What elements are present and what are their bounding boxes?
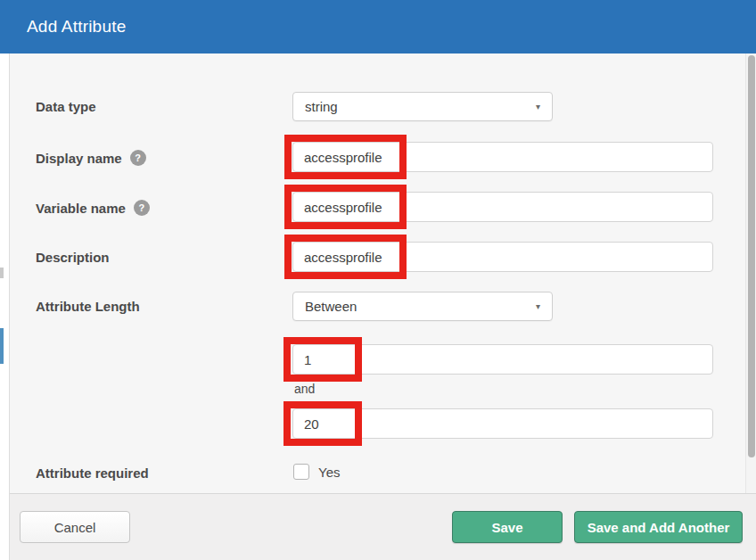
attribute-length-max-input[interactable]: [292, 408, 713, 439]
help-icon[interactable]: ?: [130, 150, 146, 166]
dialog-header: Add Attribute: [0, 0, 756, 54]
attribute-length-select[interactable]: Between ▾: [292, 292, 553, 321]
display-name-label: Display name ?: [36, 150, 146, 166]
scrollbar-track[interactable]: [745, 54, 756, 493]
attribute-required-option-label: Yes: [318, 465, 340, 480]
help-icon[interactable]: ?: [134, 200, 150, 216]
page-edge-blue-fragment: [0, 328, 4, 364]
display-name-input[interactable]: [292, 142, 713, 172]
page-edge-fragment: [0, 268, 4, 278]
variable-name-input[interactable]: [292, 192, 713, 222]
attribute-required-row: Yes: [293, 464, 340, 480]
page-edge-strip: [0, 54, 10, 560]
variable-name-label: Variable name ?: [36, 200, 150, 216]
attribute-required-checkbox[interactable]: [293, 464, 309, 480]
save-button[interactable]: Save: [452, 511, 563, 543]
description-label: Description: [36, 250, 110, 265]
attribute-length-label: Attribute Length: [36, 299, 140, 314]
chevron-down-icon: ▾: [536, 102, 540, 111]
description-input[interactable]: [292, 242, 713, 272]
save-and-add-another-button[interactable]: Save and Add Another: [574, 511, 743, 543]
attribute-length-selected-value: Between: [305, 299, 357, 314]
data-type-select[interactable]: string ▾: [292, 92, 553, 121]
scrollbar-thumb[interactable]: [748, 55, 755, 457]
add-attribute-dialog: Add Attribute Data type string ▾ Display…: [0, 0, 756, 560]
dialog-body: Data type string ▾ Display name ? Variab…: [10, 54, 756, 493]
dialog-footer: Cancel Save Save and Add Another: [10, 493, 756, 560]
cancel-button[interactable]: Cancel: [20, 511, 130, 543]
attribute-length-min-input[interactable]: [292, 344, 713, 375]
data-type-label: Data type: [36, 99, 96, 114]
and-conjunction-label: and: [294, 382, 315, 396]
data-type-selected-value: string: [305, 99, 338, 114]
attribute-required-label: Attribute required: [36, 465, 149, 481]
chevron-down-icon: ▾: [536, 301, 540, 311]
dialog-title: Add Attribute: [27, 17, 126, 37]
